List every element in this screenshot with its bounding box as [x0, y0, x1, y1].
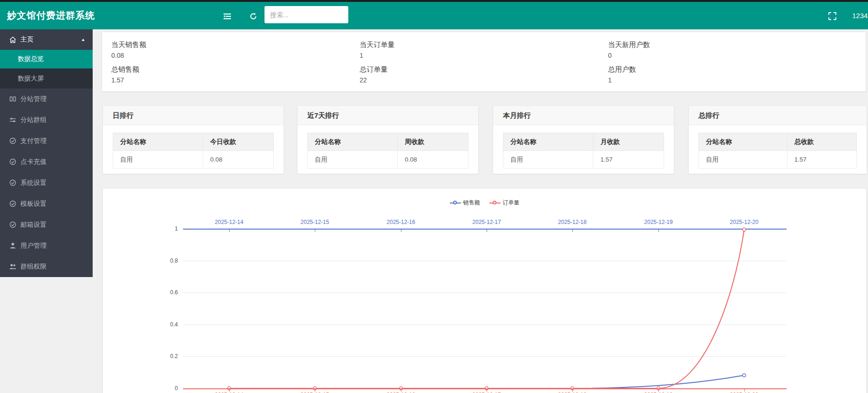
table-row: 自用 0.08 — [308, 151, 468, 169]
home-icon — [9, 36, 16, 43]
sidebar-subitem-label: 数据总览 — [18, 55, 44, 63]
circle-check-icon — [9, 221, 16, 228]
circle-check-icon — [9, 179, 16, 186]
column-header: 分站名称 — [503, 133, 593, 151]
orders-line — [229, 230, 744, 388]
y-tick-label: 0.2 — [157, 353, 178, 359]
rank-card-title: 总排行 — [689, 106, 867, 125]
username-label[interactable]: 12345 — [852, 2, 868, 29]
sidebar-item-substation-mgmt[interactable]: 分站管理 — [0, 88, 93, 109]
cell-site-name: 自用 — [699, 151, 787, 169]
fullscreen-icon[interactable] — [828, 12, 837, 20]
sidebar-subitem-label: 数据大屏 — [18, 75, 44, 83]
sidebar-item-user-mgmt[interactable]: 用户管理 — [0, 235, 93, 256]
cell-amount: 1.57 — [787, 151, 856, 169]
y-tick-label: 1 — [157, 225, 178, 232]
stat-value: 1 — [359, 52, 608, 59]
rank-card-title: 日排行 — [103, 106, 284, 125]
search-input[interactable] — [264, 6, 348, 23]
sidebar-item-data-overview[interactable]: 数据总览 — [0, 50, 93, 68]
sidebar-item-label: 模板设置 — [20, 200, 47, 208]
legend-item-orders[interactable]: 订单量 — [489, 199, 520, 207]
rank-card-month: 本月排行 分站名称 月收款 自用 1.57 — [493, 105, 674, 174]
refresh-icon[interactable] — [249, 12, 258, 20]
chevron-up-icon: ▲ — [81, 37, 85, 42]
column-header: 总收款 — [787, 133, 856, 151]
menu-toggle-icon[interactable] — [223, 12, 231, 20]
stat-today-sales: 当天销售额 0.08 — [111, 39, 359, 62]
stat-today-new-users: 当天新用户数 0 — [608, 39, 856, 62]
stat-value: 22 — [359, 76, 608, 84]
cell-amount: 0.08 — [398, 151, 468, 169]
rank-card-daily: 日排行 分站名称 今日收款 自用 0.08 — [102, 105, 284, 174]
sidebar-nav: 主页 ▲ 数据总览 数据大屏 分站管理 分站群组 支付管理 — [0, 29, 93, 277]
y-tick-label: 0.4 — [157, 321, 178, 328]
legend-item-sales[interactable]: 销售额 — [450, 199, 480, 207]
stat-value: 1 — [608, 76, 856, 84]
stat-label: 当天订单量 — [359, 41, 608, 49]
x-tick-label-top: 2025-12-14 — [208, 219, 250, 225]
sidebar-item-label: 点卡充值 — [20, 158, 47, 166]
sidebar-item-label: 分站群组 — [20, 116, 47, 124]
stat-value: 1.57 — [111, 76, 359, 84]
rank-card-total: 总排行 分站名称 总收款 自用 1.57 — [688, 105, 867, 174]
table-row: 自用 1.57 — [503, 151, 664, 169]
stat-total-users: 总用户数 1 — [608, 63, 856, 87]
sidebar-item-group-permissions[interactable]: 群组权限 — [0, 256, 93, 277]
sidebar-item-template-settings[interactable]: 模板设置 — [0, 193, 93, 214]
rank-card-7days: 近7天排行 分站名称 周收款 自用 0.08 — [297, 105, 479, 174]
x-tick-label-top: 2025-12-16 — [380, 219, 422, 225]
x-tick-label-top: 2025-12-18 — [551, 219, 593, 225]
user-icon — [9, 242, 16, 249]
sidebar-item-substation-groups[interactable]: 分站群组 — [0, 109, 93, 130]
column-header: 周收款 — [398, 133, 468, 151]
circle-check-icon — [9, 137, 16, 144]
chart-plot-area — [183, 229, 787, 389]
sidebar-item-card-recharge[interactable]: 点卡充值 — [0, 151, 93, 172]
stat-total-sales: 总销售额 1.57 — [111, 63, 359, 87]
x-tick-label-top: 2025-12-20 — [723, 219, 765, 225]
table-row: 自用 1.57 — [699, 151, 857, 169]
stat-today-orders: 当天订单量 1 — [359, 39, 608, 62]
line-circle-marker-icon — [489, 201, 501, 205]
sidebar-item-label: 支付管理 — [20, 137, 47, 145]
stat-total-orders: 总订单量 22 — [359, 63, 608, 87]
x-tick-label-top: 2025-12-15 — [294, 219, 336, 225]
sliders-icon — [9, 116, 16, 123]
stat-label: 总订单量 — [359, 65, 608, 74]
rank-card-title: 近7天排行 — [298, 106, 478, 125]
column-header: 分站名称 — [113, 133, 203, 151]
sidebar-item-data-screen[interactable]: 数据大屏 — [0, 68, 93, 88]
x-axis-bottom-line — [183, 388, 787, 389]
cell-site-name: 自用 — [308, 151, 398, 169]
stats-summary-card: 当天销售额 0.08 当天订单量 1 当天新用户数 0 总销售额 1.57 总订… — [102, 32, 866, 92]
legend-label: 销售额 — [463, 199, 480, 207]
sidebar-item-email-settings[interactable]: 邮箱设置 — [0, 214, 93, 235]
column-header: 分站名称 — [308, 133, 398, 151]
grid-icon — [9, 95, 16, 102]
stat-value: 0.08 — [111, 52, 359, 59]
stat-value: 0 — [608, 52, 856, 59]
users-icon — [9, 263, 16, 270]
sidebar-item-system-settings[interactable]: 系统设置 — [0, 172, 93, 193]
sales-point — [743, 374, 746, 377]
stat-label: 当天销售额 — [111, 41, 359, 49]
sidebar-item-home[interactable]: 主页 ▲ — [0, 29, 93, 50]
table-row: 自用 0.08 — [113, 151, 274, 169]
rank-table: 分站名称 月收款 自用 1.57 — [503, 133, 664, 169]
chart-legend: 销售额 订单量 — [103, 199, 866, 207]
cell-site-name: 自用 — [113, 151, 203, 169]
column-header: 今日收款 — [203, 133, 274, 151]
sidebar-item-label: 分站管理 — [20, 95, 47, 103]
circle-check-icon — [9, 158, 16, 165]
line-circle-marker-icon — [450, 201, 461, 205]
rank-table: 分站名称 今日收款 自用 0.08 — [113, 133, 274, 169]
legend-label: 订单量 — [503, 199, 520, 207]
stat-label: 当天新用户数 — [608, 41, 856, 49]
x-tick-label-top: 2025-12-17 — [466, 219, 508, 225]
top-header: 妙文馆付费进群系统 12345 — [0, 0, 868, 29]
stat-label: 总用户数 — [608, 65, 856, 74]
sidebar-item-payment-mgmt[interactable]: 支付管理 — [0, 130, 93, 151]
cell-amount: 0.08 — [203, 151, 274, 169]
y-tick-label: 0 — [157, 385, 178, 392]
